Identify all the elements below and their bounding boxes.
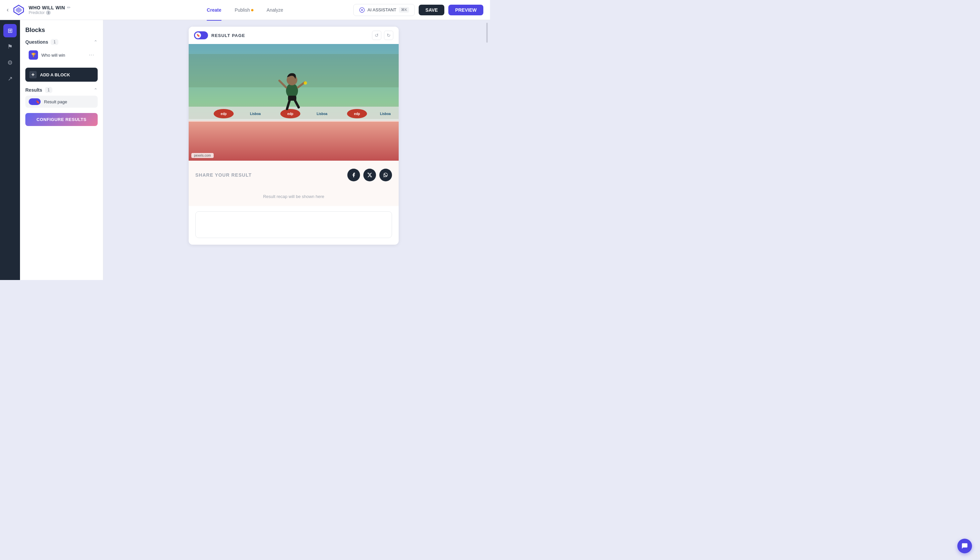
back-icon: ‹ (7, 6, 9, 13)
save-button[interactable]: SAVE (419, 5, 444, 15)
svg-text:Lisboa: Lisboa (250, 112, 261, 116)
sidebar-icon-blocks[interactable]: ⊞ (3, 24, 17, 37)
settings-icon: ⚙ (7, 59, 13, 66)
nav-create[interactable]: Create (207, 6, 221, 14)
project-title: WHO WILL WIN (29, 5, 65, 10)
panel-title: Blocks (25, 27, 98, 34)
add-block-button[interactable]: + ADD A BLOCK (25, 68, 98, 82)
configure-results-button[interactable]: CONFIGURE RESULTS (25, 113, 98, 126)
canvas-area: RESULT PAGE ↺ ↻ (103, 20, 484, 280)
title-group: WHO WILL WIN ✏ Predictor ℹ (29, 5, 71, 15)
right-sidebar (484, 20, 490, 280)
result-recap: Result recap will be shown here (189, 187, 399, 206)
redo-button[interactable]: ↻ (384, 31, 393, 40)
info-icon[interactable]: ℹ (46, 10, 51, 15)
results-section: Results 1 ⌃ 🔖 Result page (25, 87, 98, 108)
results-label: Results (25, 87, 42, 93)
questions-section: Questions 1 ⌃ 🏆 Who will win ··· (25, 39, 98, 62)
results-section-header: Results 1 ⌃ (25, 87, 98, 93)
svg-marker-1 (16, 7, 22, 13)
result-page-label: Result page (44, 99, 67, 104)
add-block-icon: + (29, 71, 37, 78)
blocks-icon: ⊞ (8, 27, 13, 34)
header-nav: Create Publish Analyze (207, 6, 283, 14)
questions-section-header: Questions 1 ⌃ (25, 39, 98, 45)
nav-publish[interactable]: Publish (235, 6, 253, 14)
svg-text:Lisboa: Lisboa (317, 112, 328, 116)
questions-label: Questions (25, 39, 48, 45)
result-card: RESULT PAGE ↺ ↻ (189, 27, 399, 245)
flag-icon: ⚑ (7, 43, 13, 50)
logo-icon (13, 4, 25, 16)
question-label: Who will win (41, 53, 86, 58)
sidebar-icon-flag[interactable]: ⚑ (3, 40, 17, 53)
share-section: SHARE YOUR RESULT (189, 161, 399, 187)
scrollbar-track[interactable] (486, 23, 488, 43)
questions-collapse-icon[interactable]: ⌃ (94, 39, 98, 45)
question-trophy-icon: 🏆 (29, 50, 38, 60)
results-count: 1 (45, 87, 53, 93)
back-button[interactable]: ‹ (7, 6, 9, 13)
preview-button[interactable]: PREVIEW (448, 5, 483, 15)
share-icon: ↗ (8, 75, 13, 82)
svg-text:Lisboa: Lisboa (380, 112, 391, 116)
result-page-toggle[interactable] (194, 31, 208, 39)
card-actions: ↺ ↻ (372, 31, 393, 40)
project-subtitle: Predictor ℹ (29, 10, 71, 15)
answer-placeholder-box (195, 211, 392, 238)
ai-kbd: ⌘K (399, 7, 409, 13)
svg-rect-23 (288, 96, 296, 101)
question-menu-icon[interactable]: ··· (89, 52, 94, 58)
blocks-panel: Blocks Questions 1 ⌃ 🏆 Who will win ··· … (20, 20, 103, 280)
facebook-icon (351, 172, 356, 178)
svg-text:edp: edp (287, 112, 293, 116)
publish-badge (251, 9, 253, 11)
header-right: AI ASSISTANT ⌘K SAVE PREVIEW (353, 4, 483, 16)
results-collapse-icon[interactable]: ⌃ (94, 87, 98, 93)
whatsapp-icon (383, 172, 388, 178)
icon-sidebar: ⊞ ⚑ ⚙ ↗ (0, 20, 20, 280)
result-toggle[interactable]: 🔖 (29, 98, 41, 105)
ai-assistant-button[interactable]: AI ASSISTANT ⌘K (353, 4, 415, 16)
result-page-text: RESULT PAGE (211, 33, 245, 38)
result-page-label-area: RESULT PAGE (194, 31, 245, 39)
svg-point-24 (304, 81, 307, 85)
svg-rect-4 (189, 121, 399, 161)
questions-count: 1 (51, 39, 58, 45)
nav-analyze[interactable]: Analyze (267, 6, 283, 14)
header: ‹ WHO WILL WIN ✏ Predictor ℹ Create Publ… (0, 0, 490, 20)
share-label: SHARE YOUR RESULT (195, 172, 252, 178)
whatsapp-share-button[interactable] (379, 169, 392, 181)
add-block-label: ADD A BLOCK (40, 72, 70, 77)
facebook-share-button[interactable] (347, 169, 360, 181)
main-layout: ⊞ ⚑ ⚙ ↗ Blocks Questions 1 ⌃ 🏆 Who wil (0, 20, 490, 280)
ai-assistant-icon (359, 7, 365, 13)
edit-title-icon[interactable]: ✏ (67, 5, 71, 10)
result-card-header: RESULT PAGE ↺ ↻ (189, 27, 399, 44)
undo-button[interactable]: ↺ (372, 31, 381, 40)
sidebar-icon-settings[interactable]: ⚙ (3, 56, 17, 69)
title-row: WHO WILL WIN ✏ (29, 5, 71, 10)
question-item-who-will-win[interactable]: 🏆 Who will win ··· (25, 48, 98, 62)
recap-text: Result recap will be shown here (263, 194, 324, 199)
svg-text:edp: edp (354, 112, 360, 116)
sidebar-icon-share[interactable]: ↗ (3, 72, 17, 85)
hero-image: edp Lisboa edp Lisboa edp Lisboa (189, 44, 399, 161)
result-page-item[interactable]: 🔖 Result page (25, 96, 98, 108)
toggle-knob (195, 32, 201, 38)
x-twitter-icon (367, 172, 372, 178)
pexels-badge: pexels.com (191, 153, 214, 158)
twitter-share-button[interactable] (363, 169, 376, 181)
hero-svg: edp Lisboa edp Lisboa edp Lisboa (189, 44, 399, 161)
ai-btn-label: AI ASSISTANT (368, 7, 396, 12)
bookmark-icon: 🔖 (36, 100, 40, 104)
header-left: ‹ WHO WILL WIN ✏ Predictor ℹ (7, 4, 353, 16)
svg-text:edp: edp (221, 112, 227, 116)
share-icons (347, 169, 392, 181)
